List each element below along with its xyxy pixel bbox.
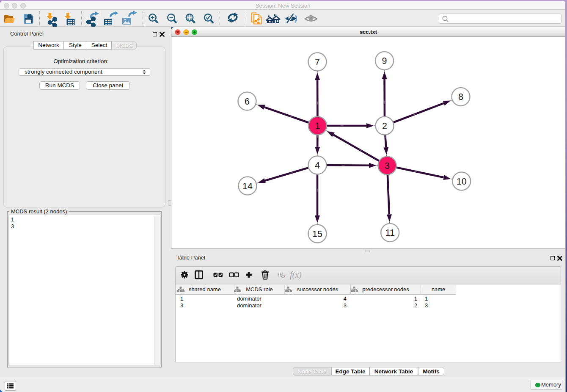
svg-text:4: 4 xyxy=(315,160,320,171)
svg-text:10: 10 xyxy=(457,177,467,187)
svg-text:3: 3 xyxy=(385,161,390,171)
svg-text:15: 15 xyxy=(312,229,322,239)
svg-text:14: 14 xyxy=(242,181,253,191)
svg-text:6: 6 xyxy=(245,97,250,107)
svg-text:f(x): f(x) xyxy=(290,270,302,280)
svg-text:1: 1 xyxy=(315,121,320,131)
svg-text:2: 2 xyxy=(382,121,387,131)
svg-text:7: 7 xyxy=(315,57,320,67)
svg-text:11: 11 xyxy=(385,228,395,238)
svg-text:8: 8 xyxy=(458,92,463,102)
svg-text:9: 9 xyxy=(382,56,387,66)
